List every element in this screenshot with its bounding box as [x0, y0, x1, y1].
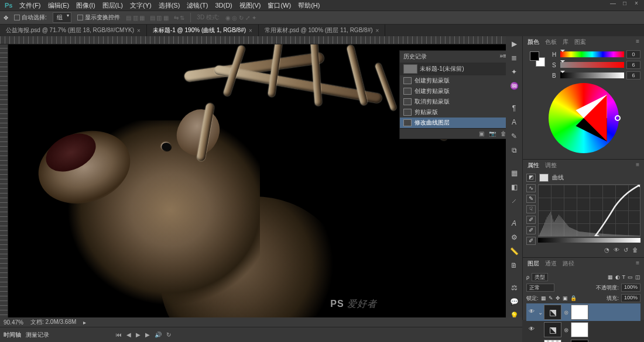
bri-slider[interactable] — [560, 72, 624, 78]
lock-paint-icon[interactable]: ✎ — [549, 295, 553, 301]
history-item[interactable]: 取消剪贴蒙版 — [400, 96, 506, 107]
close-icon[interactable]: × — [137, 27, 141, 34]
prev-frame-icon[interactable]: ◀ — [126, 331, 131, 338]
layer-mask-thumb[interactable] — [571, 305, 588, 320]
menu-image[interactable]: 图像(I) — [76, 1, 95, 10]
auto-icon[interactable]: ∿ — [526, 184, 536, 192]
typekit-icon[interactable]: A — [509, 219, 519, 227]
color-wheel[interactable] — [549, 83, 619, 153]
visibility-icon[interactable]: 👁 — [527, 326, 536, 334]
history-snapshot[interactable]: 未标题-1(未保留) — [400, 63, 506, 75]
tab-paths[interactable]: 路径 — [563, 260, 574, 268]
move-tool-icon[interactable]: ✥ — [4, 15, 8, 21]
audio-icon[interactable]: 🔊 — [155, 331, 162, 338]
settings-icon[interactable]: ⚙ — [509, 233, 519, 241]
layer-thumb[interactable] — [544, 340, 561, 342]
layer-row[interactable]: 👁 ⌄ ⬔ ⊗ — [526, 303, 640, 321]
auto-select-target-dropdown[interactable]: 组 — [53, 12, 71, 23]
eyedrop-black-icon[interactable]: ✐ — [526, 216, 536, 224]
tab-channels[interactable]: 通道 — [545, 260, 557, 268]
first-frame-icon[interactable]: ⏮ — [116, 331, 122, 338]
layer-thumb[interactable]: ⬔ — [544, 322, 561, 337]
tab-swatches[interactable]: 色板 — [545, 38, 557, 46]
swatches-icon[interactable]: ▦ — [509, 169, 519, 177]
document-tab-2[interactable]: 未标题-1 @ 190% (曲线 1, RGB/8#)× — [147, 25, 259, 36]
filter-kind[interactable]: 类型 — [532, 273, 548, 281]
ruler-vertical[interactable] — [0, 44, 8, 320]
filter-pixel-icon[interactable]: ▦ — [608, 274, 613, 280]
maximize-button[interactable]: □ — [619, 0, 630, 8]
layer-mask-thumb[interactable] — [571, 322, 588, 337]
visibility-icon[interactable]: 👁 — [527, 308, 536, 316]
menu-help[interactable]: 帮助(H) — [298, 1, 320, 10]
menu-3d[interactable]: 3D(D) — [215, 2, 232, 9]
eyedrop-gray-icon[interactable]: ✐ — [526, 226, 536, 234]
tab-properties[interactable]: 属性 — [527, 161, 539, 170]
menu-window[interactable]: 窗口(W) — [268, 1, 291, 10]
clone-icon[interactable]: ⧉ — [509, 146, 519, 154]
scale-icon[interactable]: ⚖ — [509, 284, 519, 292]
trash-icon[interactable]: 🗑 — [632, 247, 638, 253]
menu-select[interactable]: 选择(S) — [159, 1, 180, 10]
panel-menu-icon[interactable]: ≡ — [636, 260, 639, 268]
history-item[interactable]: 创建剪贴蒙版 — [400, 86, 506, 96]
tab-layers[interactable]: 图层 — [527, 260, 539, 268]
menu-filter[interactable]: 滤镜(T) — [187, 1, 208, 10]
close-icon[interactable]: × — [376, 27, 379, 34]
play-icon[interactable]: ▶ — [509, 40, 519, 48]
curves-graph[interactable] — [538, 184, 640, 237]
finger-icon[interactable]: ☟ — [526, 205, 536, 213]
document-canvas[interactable]: 历史记录»≡ 未标题-1(未保留) 创建剪贴蒙版 创建剪贴蒙版 取消剪贴蒙版 剪… — [8, 44, 506, 320]
document-tab-3[interactable]: 常用素材.psd @ 100% (图层 11, RGB/8#)× — [259, 25, 386, 36]
snapshot-icon[interactable]: 📷 — [489, 130, 496, 137]
trash-icon[interactable]: 🗑 — [501, 130, 506, 137]
tab-libraries[interactable]: 库 — [563, 38, 568, 46]
filter-type-icon[interactable]: T — [622, 274, 626, 280]
loop-icon[interactable]: ↻ — [166, 331, 171, 338]
panel-menu-icon[interactable]: »≡ — [500, 53, 506, 61]
lock-all-icon[interactable]: 🔒 — [570, 295, 577, 301]
zoom-value[interactable]: 90.47% — [4, 319, 23, 326]
close-icon[interactable]: × — [249, 27, 252, 34]
panel-menu-icon[interactable]: ≡ — [636, 38, 639, 46]
tab-timeline[interactable]: 时间轴 — [4, 331, 21, 339]
menu-layer[interactable]: 图层(L) — [102, 1, 123, 10]
lock-trans-icon[interactable]: ▦ — [541, 295, 546, 301]
next-frame-icon[interactable]: ▶ — [145, 331, 150, 338]
history-item[interactable]: 修改曲线图层 — [400, 118, 506, 128]
notes-icon[interactable]: 🗎 — [509, 261, 519, 270]
ruler-horizontal[interactable] — [0, 36, 506, 44]
layer-mask-thumb[interactable] — [571, 340, 588, 342]
character-icon[interactable]: ¶ — [509, 104, 519, 112]
hue-value[interactable]: 0 — [626, 50, 640, 58]
filter-adjust-icon[interactable]: ◐ — [615, 274, 620, 280]
play-icon[interactable]: ▶ — [136, 331, 141, 338]
paragraph-icon[interactable]: A — [509, 118, 519, 126]
layer-thumb[interactable]: ⬔ — [544, 305, 561, 320]
actions-icon[interactable]: ≣ — [509, 54, 519, 62]
fg-bg-swatch[interactable] — [530, 51, 545, 67]
comment-icon[interactable]: 💬 — [509, 298, 519, 306]
filter-shape-icon[interactable]: ▭ — [628, 274, 633, 280]
tab-patterns[interactable]: 图案 — [574, 38, 586, 46]
create-document-icon[interactable]: ▣ — [479, 130, 484, 137]
lock-artboard-icon[interactable]: ▣ — [563, 295, 568, 301]
lock-pos-icon[interactable]: ✥ — [556, 295, 560, 301]
menu-file[interactable]: 文件(F) — [19, 1, 40, 10]
opacity-value[interactable]: 100% — [621, 284, 640, 292]
tab-adjustments[interactable]: 调整 — [545, 161, 557, 170]
blend-mode[interactable]: 正常 — [526, 284, 554, 292]
layer-row[interactable]: 👁 ⊗ — [526, 338, 640, 342]
eye-icon[interactable]: 👁 — [614, 247, 619, 253]
tab-color[interactable]: 颜色 — [527, 38, 539, 46]
sat-value[interactable]: 6 — [626, 61, 640, 69]
sat-slider[interactable] — [560, 62, 624, 68]
layer-row[interactable]: 👁 ⬔ ⊗ — [526, 321, 640, 338]
auto-select-checkbox[interactable] — [14, 15, 20, 20]
close-button[interactable]: × — [631, 0, 642, 8]
eyedrop-white-icon[interactable]: ✐ — [526, 237, 536, 245]
document-tab-1[interactable]: 公益海报.psd @ 71.7% (图层 18, RGB/8#/CMYK)× — [0, 25, 147, 36]
history-item[interactable]: 剪贴蒙版 — [400, 107, 506, 118]
hue-slider[interactable] — [560, 51, 624, 57]
styles-icon[interactable]: ✦ — [509, 68, 519, 76]
